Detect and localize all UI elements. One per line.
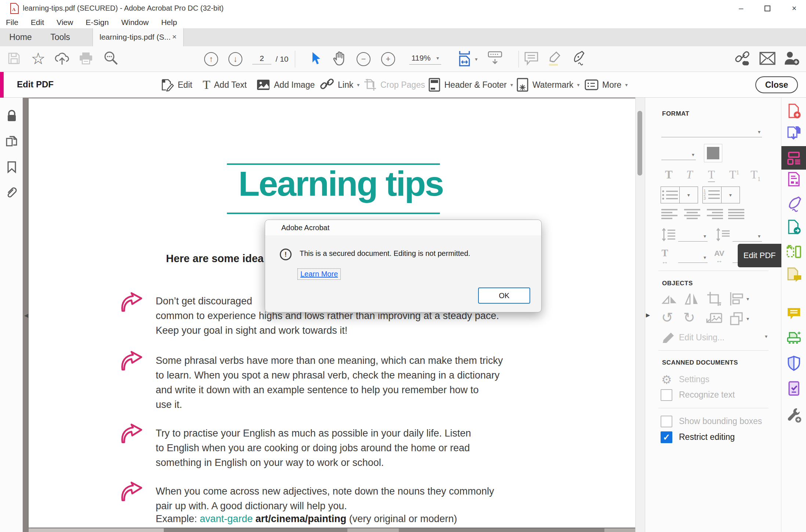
settings-gear-icon[interactable]: ⚙: [661, 374, 672, 386]
fit-width-caret-icon[interactable]: ▾: [475, 56, 477, 62]
menu-view[interactable]: View: [57, 18, 73, 27]
email-icon[interactable]: [759, 52, 776, 66]
select-tool-icon[interactable]: [311, 51, 321, 67]
pdf-standards-icon[interactable]: [786, 380, 802, 397]
align-objects-icon[interactable]: [729, 292, 745, 308]
more-tools-icon[interactable]: [786, 407, 802, 423]
more-button[interactable]: More▾: [585, 72, 628, 98]
edit-using-caret-icon[interactable]: ▾: [765, 333, 767, 339]
crop-object-icon[interactable]: [706, 291, 722, 308]
attachments-icon[interactable]: [5, 185, 18, 200]
tab-home[interactable]: Home: [0, 28, 41, 46]
tab-document[interactable]: learning-tips.pdf (S... ×: [93, 28, 184, 46]
bulleted-list-caret-icon[interactable]: ▾: [679, 187, 698, 203]
close-window-button[interactable]: ×: [784, 0, 805, 17]
show-bounding-boxes-checkbox[interactable]: [661, 416, 672, 427]
fit-width-icon[interactable]: [457, 50, 472, 68]
arrange-objects-icon[interactable]: [729, 311, 744, 327]
hide-toolbar-icon[interactable]: [487, 51, 503, 67]
font-family-dropdown[interactable]: ▾: [661, 123, 762, 137]
menu-help[interactable]: Help: [161, 18, 177, 27]
highlighter-tool-icon[interactable]: [547, 51, 562, 68]
edit-pdf-rail-icon[interactable]: [786, 150, 802, 166]
replace-image-icon[interactable]: [705, 312, 723, 327]
align-center-icon[interactable]: [683, 208, 701, 222]
flip-vertical-icon[interactable]: [661, 292, 678, 308]
ok-button[interactable]: OK: [478, 287, 530, 304]
share-link-icon[interactable]: [734, 51, 751, 68]
star-favorite-icon[interactable]: ☆: [31, 49, 45, 68]
rotate-cw-icon[interactable]: ↻: [683, 311, 695, 325]
edit-tool-button[interactable]: Edit: [161, 72, 192, 98]
arrange-objects-caret-icon[interactable]: ▾: [747, 316, 749, 322]
export-pdf-icon[interactable]: [786, 125, 802, 141]
protect-icon[interactable]: [786, 355, 802, 372]
edit-using-label[interactable]: Edit Using...: [679, 333, 724, 343]
scan-ocr-icon[interactable]: [786, 330, 802, 346]
maximize-button[interactable]: [757, 0, 778, 17]
tab-close-icon[interactable]: ×: [172, 32, 177, 41]
add-text-button[interactable]: T Add Text: [203, 72, 247, 98]
menu-edit[interactable]: Edit: [31, 18, 44, 27]
subscript-icon[interactable]: T1: [751, 168, 760, 182]
tab-tools[interactable]: Tools: [41, 28, 79, 46]
recognize-text-checkbox[interactable]: [661, 389, 672, 401]
minimize-button[interactable]: –: [731, 0, 751, 17]
comment-tool-icon[interactable]: [524, 51, 539, 67]
menu-file[interactable]: File: [6, 18, 18, 27]
scrollbar-thumb[interactable]: [637, 111, 642, 175]
send-for-comments-icon[interactable]: [786, 267, 802, 283]
learn-more-link[interactable]: Learn More: [297, 268, 341, 280]
hand-tool-icon[interactable]: [333, 51, 346, 67]
align-objects-caret-icon[interactable]: ▾: [747, 296, 749, 302]
font-size-dropdown[interactable]: ▾: [661, 146, 696, 160]
print-icon[interactable]: [79, 52, 93, 66]
previous-page-icon[interactable]: ↑: [204, 52, 218, 66]
settings-label[interactable]: Settings: [679, 374, 709, 384]
bulleted-list-button[interactable]: ▾: [661, 187, 698, 203]
cloud-upload-icon[interactable]: [54, 51, 70, 67]
page-number-input[interactable]: 2: [252, 54, 271, 65]
line-spacing-dropdown[interactable]: ▾: [678, 228, 708, 242]
zoom-level-dropdown[interactable]: 119%▾: [409, 54, 441, 65]
align-left-icon[interactable]: [661, 208, 679, 222]
search-icon[interactable]: [103, 51, 119, 68]
numbered-list-caret-icon[interactable]: ▾: [721, 187, 740, 203]
next-page-icon[interactable]: ↓: [228, 52, 242, 66]
horizontal-scale-dropdown[interactable]: ▾: [678, 250, 708, 263]
italic-icon[interactable]: T: [686, 168, 693, 181]
menu-window[interactable]: Window: [121, 18, 149, 27]
zoom-in-icon[interactable]: +: [381, 52, 395, 66]
comment-rail-icon[interactable]: [786, 306, 802, 322]
page-thumbnails-icon[interactable]: [6, 135, 18, 150]
vertical-scrollbar[interactable]: [635, 98, 645, 532]
add-image-button[interactable]: Add Image: [256, 72, 315, 98]
collapse-left-pane-icon[interactable]: ◂: [24, 311, 28, 320]
invite-person-icon[interactable]: [783, 51, 799, 68]
create-pdf-icon[interactable]: [786, 103, 802, 119]
numbered-list-button[interactable]: 123 ▾: [702, 187, 740, 203]
superscript-icon[interactable]: T1: [729, 168, 739, 181]
watermark-button[interactable]: Watermark▾: [516, 72, 580, 98]
send-file-icon[interactable]: [786, 219, 802, 235]
save-icon[interactable]: [7, 52, 21, 66]
fill-sign-rail-icon[interactable]: [786, 196, 802, 212]
organize-pages-icon[interactable]: [786, 243, 802, 260]
align-justify-icon[interactable]: [727, 208, 745, 222]
paragraph-spacing-dropdown[interactable]: ▾: [733, 228, 762, 242]
align-right-icon[interactable]: [705, 208, 723, 222]
bold-icon[interactable]: T: [665, 168, 673, 181]
security-lock-icon[interactable]: [6, 109, 18, 124]
bookmarks-icon[interactable]: [6, 161, 17, 175]
prepare-form-icon[interactable]: [786, 171, 802, 187]
collapse-right-pane-icon[interactable]: ▸: [646, 310, 650, 320]
header-footer-button[interactable]: Header & Footer▾: [428, 72, 513, 98]
menu-esign[interactable]: E-Sign: [86, 18, 109, 27]
flip-horizontal-icon[interactable]: [683, 292, 700, 308]
link-button[interactable]: Link▾: [320, 72, 359, 98]
fill-sign-tool-icon[interactable]: [570, 51, 586, 68]
crop-pages-button[interactable]: Crop Pages: [364, 72, 425, 98]
underline-icon[interactable]: T: [708, 168, 715, 182]
rotate-ccw-icon[interactable]: ↺: [661, 311, 673, 325]
zoom-out-icon[interactable]: −: [357, 52, 371, 66]
